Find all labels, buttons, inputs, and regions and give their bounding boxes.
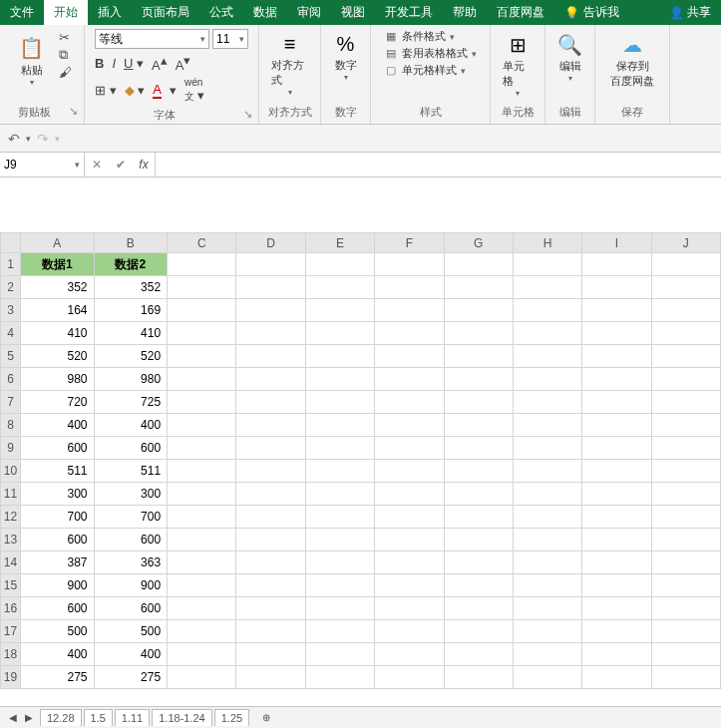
cell[interactable] (513, 666, 581, 689)
col-header-C[interactable]: C (168, 233, 236, 253)
table-format-button[interactable]: ▤套用表格格式 ▾ (384, 46, 477, 61)
cell[interactable] (305, 437, 374, 460)
row-header-4[interactable]: 4 (1, 322, 21, 345)
cell[interactable] (236, 506, 305, 529)
cell[interactable] (651, 666, 720, 689)
cell[interactable] (444, 666, 513, 689)
cell[interactable] (168, 597, 236, 620)
copy-icon[interactable]: ⧉ (57, 46, 74, 64)
tab-insert[interactable]: 插入 (88, 0, 132, 25)
cell[interactable] (305, 574, 374, 597)
cell[interactable] (651, 391, 720, 414)
cell-A1[interactable]: 数据1 (20, 253, 94, 276)
cell[interactable] (236, 620, 305, 643)
cell[interactable] (582, 529, 651, 551)
sheet-tab[interactable]: 1.18-1.24 (152, 709, 211, 726)
cell[interactable] (236, 460, 305, 483)
row-header-15[interactable]: 15 (1, 574, 21, 597)
cell[interactable] (168, 253, 236, 276)
cell[interactable] (168, 506, 236, 529)
tab-formula[interactable]: 公式 (199, 0, 243, 25)
cell-style-button[interactable]: ▢单元格样式 ▾ (384, 63, 477, 78)
cell[interactable] (513, 414, 581, 437)
col-header-F[interactable]: F (375, 233, 444, 253)
cell[interactable] (375, 506, 444, 529)
cell[interactable] (582, 276, 651, 299)
row-header-1[interactable]: 1 (1, 253, 21, 276)
cell[interactable] (236, 345, 305, 368)
font-size-select[interactable]: 11▾ (212, 29, 248, 49)
cell[interactable] (513, 643, 581, 666)
cell[interactable] (375, 643, 444, 666)
cell[interactable] (375, 574, 444, 597)
tab-dev[interactable]: 开发工具 (375, 0, 443, 25)
cell[interactable] (651, 529, 720, 551)
cell[interactable] (513, 391, 581, 414)
cell[interactable] (305, 322, 374, 345)
row-header-12[interactable]: 12 (1, 506, 21, 529)
cell[interactable] (375, 460, 444, 483)
cell[interactable] (651, 437, 720, 460)
cell-B15[interactable]: 900 (94, 574, 168, 597)
border-button[interactable]: ⊞ ▾ (95, 83, 117, 98)
cell[interactable] (582, 368, 651, 391)
cell[interactable] (582, 597, 651, 620)
phonetic-button[interactable]: wén文 ▾ (184, 77, 204, 104)
select-all-corner[interactable] (1, 233, 21, 253)
cell-B6[interactable]: 980 (94, 368, 168, 391)
cell[interactable] (305, 506, 374, 529)
cell[interactable] (651, 345, 720, 368)
accept-formula-button[interactable]: ✔ (109, 158, 133, 172)
cell[interactable] (305, 460, 374, 483)
row-header-2[interactable]: 2 (1, 276, 21, 299)
underline-button[interactable]: U ▾ (124, 56, 144, 71)
cell[interactable] (375, 345, 444, 368)
cell-B5[interactable]: 520 (94, 345, 168, 368)
cell[interactable] (375, 597, 444, 620)
cell-B4[interactable]: 410 (94, 322, 168, 345)
alignment-button[interactable]: ≡ 对齐方式 ▾ (265, 29, 314, 101)
cell[interactable] (375, 322, 444, 345)
cell[interactable] (513, 460, 581, 483)
cell[interactable] (305, 253, 374, 276)
cell[interactable] (236, 253, 305, 276)
cell[interactable] (168, 643, 236, 666)
cell[interactable] (582, 643, 651, 666)
tab-layout[interactable]: 页面布局 (132, 0, 199, 25)
bold-button[interactable]: B (95, 56, 104, 71)
cell[interactable] (236, 437, 305, 460)
row-header-17[interactable]: 17 (1, 620, 21, 643)
cell-A6[interactable]: 980 (20, 368, 94, 391)
font-color-button[interactable]: A (153, 82, 162, 99)
cell[interactable] (236, 322, 305, 345)
cell[interactable] (582, 299, 651, 322)
cell[interactable] (582, 460, 651, 483)
editing-button[interactable]: 🔍 编辑 ▾ (551, 29, 588, 87)
col-header-B[interactable]: B (94, 233, 168, 253)
row-header-8[interactable]: 8 (1, 414, 21, 437)
cell[interactable] (305, 551, 374, 574)
cell-A9[interactable]: 600 (20, 437, 94, 460)
cell[interactable] (305, 414, 374, 437)
cell[interactable] (168, 666, 236, 689)
cell[interactable] (651, 368, 720, 391)
cell[interactable] (651, 574, 720, 597)
col-header-I[interactable]: I (582, 233, 651, 253)
cell[interactable] (651, 460, 720, 483)
cell[interactable] (305, 666, 374, 689)
cells-button[interactable]: ⊞ 单元格 ▾ (497, 29, 539, 102)
cell[interactable] (305, 345, 374, 368)
cell[interactable] (444, 322, 513, 345)
cell[interactable] (582, 253, 651, 276)
cell-B12[interactable]: 700 (94, 506, 168, 529)
shrink-font-button[interactable]: A▾ (176, 53, 191, 73)
format-painter-icon[interactable]: 🖌 (57, 64, 74, 81)
cell[interactable] (444, 620, 513, 643)
row-header-7[interactable]: 7 (1, 391, 21, 414)
cell[interactable] (513, 483, 581, 506)
cell[interactable] (582, 506, 651, 529)
cell[interactable] (236, 597, 305, 620)
cell[interactable] (444, 437, 513, 460)
cell[interactable] (236, 643, 305, 666)
row-header-9[interactable]: 9 (1, 437, 21, 460)
